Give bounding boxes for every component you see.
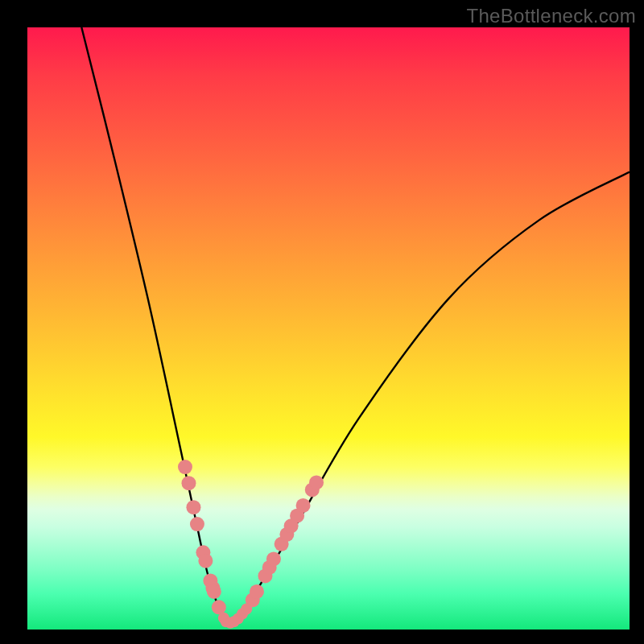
curve-marker [178, 460, 192, 474]
curve-marker [190, 517, 204, 531]
curve-marker [181, 476, 196, 490]
curve-marker [198, 554, 213, 568]
curve-marker [207, 584, 221, 599]
chart-plot-area [27, 27, 630, 630]
watermark-text: TheBottleneck.com [466, 5, 636, 27]
curve-marker [296, 498, 311, 513]
chart-svg [27, 27, 630, 630]
curve-marker [241, 604, 252, 615]
chart-frame: TheBottleneck.com [0, 0, 644, 644]
curve-markers [178, 460, 324, 629]
curve-marker [309, 475, 324, 489]
curve-marker [250, 584, 264, 599]
curve-path [81, 27, 630, 625]
curve-marker [212, 600, 226, 614]
curve-marker [186, 500, 200, 514]
curve-marker [266, 551, 281, 566]
bottleneck-curve [81, 27, 630, 625]
